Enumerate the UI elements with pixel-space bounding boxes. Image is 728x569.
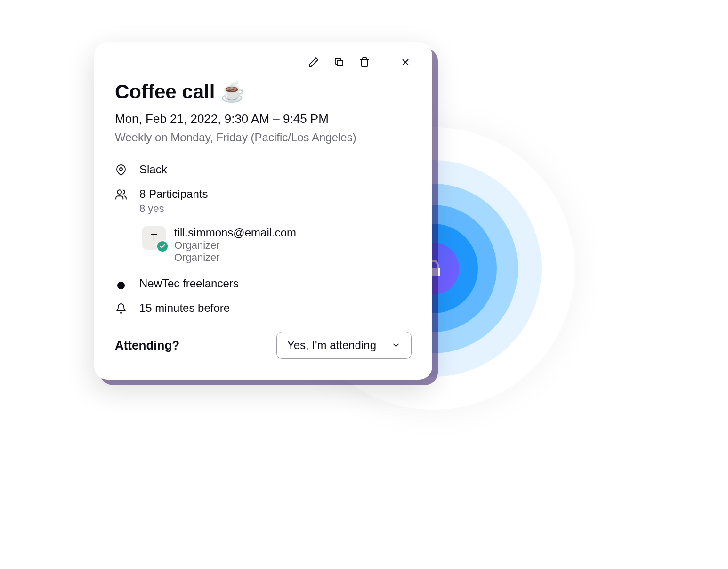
svg-rect-1 xyxy=(337,60,343,66)
organizer-info: till.simmons@email.com Organizer Organiz… xyxy=(174,226,296,264)
edit-button[interactable] xyxy=(307,56,320,68)
participants-row: 8 Participants 8 yes xyxy=(115,187,412,215)
event-title: Coffee call ☕ xyxy=(115,80,412,103)
svg-point-3 xyxy=(117,190,121,194)
organizer-role-1: Organizer xyxy=(174,239,296,252)
pencil-icon xyxy=(308,57,319,68)
reminder-row: 15 minutes before xyxy=(115,301,412,315)
calendar-name: NewTec freelancers xyxy=(139,277,239,290)
avatar: T xyxy=(142,226,166,250)
reminder-text: 15 minutes before xyxy=(139,301,230,315)
attending-row: Attending? Yes, I'm attending xyxy=(115,332,412,359)
calendar-row: NewTec freelancers xyxy=(115,277,412,290)
attending-value: Yes, I'm attending xyxy=(287,339,376,352)
close-icon xyxy=(400,57,411,67)
organizer-row: T till.simmons@email.com Organizer Organ… xyxy=(142,226,412,264)
event-title-text: Coffee call xyxy=(115,81,215,103)
participants-count: 8 Participants xyxy=(139,187,208,201)
toolbar-divider xyxy=(385,56,385,69)
close-button[interactable] xyxy=(399,56,412,68)
copy-icon xyxy=(333,57,345,68)
event-emoji: ☕ xyxy=(220,80,245,103)
attending-select[interactable]: Yes, I'm attending xyxy=(276,332,412,359)
event-card: Coffee call ☕ Mon, Feb 21, 2022, 9:30 AM… xyxy=(94,42,432,380)
chevron-down-icon xyxy=(391,341,401,350)
delete-button[interactable] xyxy=(358,56,371,68)
location-pin-icon xyxy=(115,164,127,176)
status-badge xyxy=(156,240,169,252)
trash-icon xyxy=(359,57,370,68)
participants-yes: 8 yes xyxy=(139,203,208,215)
event-datetime: Mon, Feb 21, 2022, 9:30 AM – 9:45 PM xyxy=(115,112,412,126)
people-icon xyxy=(115,188,127,201)
attending-label: Attending? xyxy=(115,338,179,353)
svg-point-2 xyxy=(120,168,122,171)
location-text: Slack xyxy=(139,163,167,176)
location-row: Slack xyxy=(115,163,412,176)
organizer-role-2: Organizer xyxy=(174,252,296,264)
organizer-email: till.simmons@email.com xyxy=(174,226,296,239)
card-toolbar xyxy=(115,56,412,69)
avatar-initial: T xyxy=(151,232,157,244)
event-recurrence: Weekly on Monday, Friday (Pacific/Los An… xyxy=(115,131,412,144)
calendar-dot-icon xyxy=(115,278,127,290)
copy-button[interactable] xyxy=(333,56,345,68)
check-icon xyxy=(159,243,166,250)
bell-icon xyxy=(115,302,127,315)
